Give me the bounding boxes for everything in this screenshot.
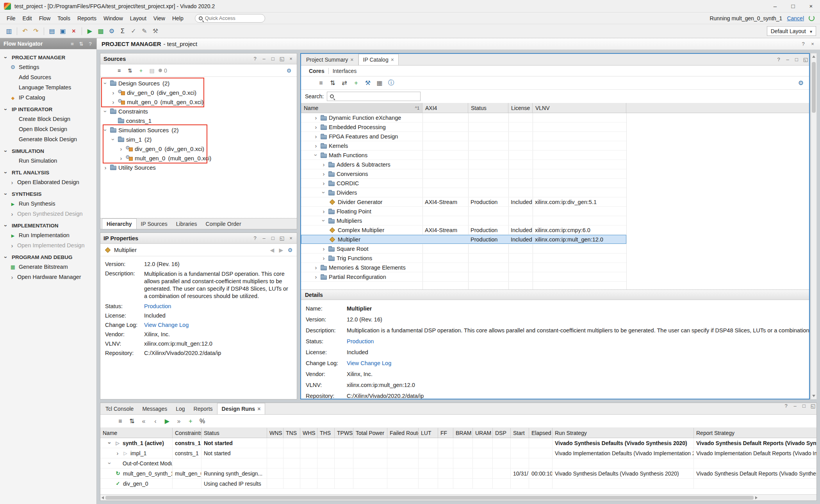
help-icon[interactable]: ? (252, 235, 258, 241)
column-header-tns[interactable]: TNS (283, 428, 300, 438)
filter-count-badge[interactable]: 0 (158, 66, 168, 75)
tree-expander-icon[interactable] (313, 264, 319, 270)
expand-collapse-icon[interactable]: ⇅ (78, 41, 84, 47)
quick-access-input[interactable] (205, 15, 252, 21)
ip-catalog-row[interactable]: Divider Generator AXI4-Stream Production… (301, 197, 626, 207)
tree-expander-icon[interactable] (313, 115, 319, 121)
quick-access-search[interactable] (195, 14, 265, 23)
maximize-icon[interactable]: □ (794, 57, 799, 62)
search-icon[interactable] (304, 78, 314, 88)
column-header-bram[interactable]: BRAM (453, 428, 473, 438)
ip-catalog-search-box[interactable] (327, 92, 421, 101)
flow-navigator-item[interactable]: Open Implemented Design (0, 240, 96, 250)
tree-expander-icon[interactable] (103, 80, 108, 86)
ip-properties-header[interactable]: IP Properties ?–□◱× (100, 233, 297, 244)
float-icon[interactable]: ◱ (279, 56, 285, 62)
cancel-run-link[interactable]: Cancel (787, 15, 804, 21)
sources-tree-item[interactable]: Constraints (100, 106, 297, 116)
info-icon[interactable]: ⓘ (386, 78, 396, 88)
menu-item[interactable]: Tools (54, 14, 74, 23)
tree-expander-icon[interactable] (103, 108, 108, 114)
design-run-row[interactable]: impl_1 constrs_1 Not started (100, 448, 816, 458)
sources-tree-item[interactable]: Simulation Sources (2) (100, 125, 297, 135)
layout-icon[interactable]: ▦ (374, 78, 385, 88)
column-header-report-strategy[interactable]: Report Strategy (694, 428, 816, 438)
column-header-status[interactable]: Status (468, 103, 508, 113)
column-header-uram[interactable]: URAM (473, 428, 493, 438)
horizontal-scrollbar[interactable] (100, 494, 816, 500)
tree-expander-icon[interactable] (107, 460, 112, 466)
redo-icon[interactable]: ↷ (31, 26, 41, 36)
editor-tab[interactable]: IP Catalog (358, 54, 399, 65)
flow-navigator-item[interactable]: Create Block Design (0, 114, 96, 124)
tree-expander-icon[interactable] (115, 450, 120, 456)
vertical-scrollbar[interactable] (811, 53, 817, 399)
flow-navigator-item[interactable]: Run Synthesis (0, 199, 96, 209)
validate-icon[interactable]: ✓ (128, 26, 139, 36)
flow-navigator-item[interactable]: SYNTHESIS (0, 187, 96, 199)
collapse-all-icon[interactable]: ≡ (114, 66, 124, 75)
tree-expander-icon[interactable] (321, 190, 326, 195)
menu-item[interactable]: Window (100, 14, 127, 23)
flow-navigator-item[interactable]: Open Elaborated Design (0, 177, 96, 187)
sources-tree-item[interactable]: sim_1 (2) (100, 135, 297, 144)
tree-expander-icon[interactable] (111, 137, 116, 142)
flow-navigator-item[interactable]: PROJECT MANAGER (0, 51, 96, 62)
tree-expander-icon[interactable] (321, 255, 326, 261)
step-back-icon[interactable]: ‹ (150, 416, 160, 426)
scroll-right-icon[interactable] (755, 496, 758, 499)
maximize-icon[interactable]: □ (784, 0, 802, 12)
run-icon[interactable]: ▶ (85, 26, 95, 36)
column-header-failed-routes[interactable]: Failed Routes (387, 428, 419, 438)
help-icon[interactable]: ? (252, 56, 258, 62)
column-header-vlnv[interactable]: VLNV (533, 103, 626, 113)
layout-selector[interactable]: Default Layout (767, 26, 816, 36)
menu-item[interactable]: Edit (19, 14, 36, 23)
tree-expander-icon[interactable] (313, 143, 319, 149)
scroll-left-icon[interactable] (102, 496, 104, 499)
menu-item[interactable]: Layout (127, 14, 150, 23)
delete-icon[interactable]: × (69, 26, 79, 36)
toolbar-separator[interactable] (17, 27, 17, 35)
float-icon[interactable]: ◱ (810, 403, 816, 414)
open-file-icon[interactable]: ▥ (4, 26, 14, 36)
menu-item[interactable]: Reports (74, 14, 100, 23)
flow-navigator-item[interactable]: Run Implementation (0, 230, 96, 240)
column-header-tpws[interactable]: TPWS (335, 428, 353, 438)
column-header-total-power[interactable]: Total Power (353, 428, 387, 438)
sources-tree-item[interactable]: div_gen_0 (div_gen_0.xci) (100, 144, 297, 153)
toolbar-separator[interactable] (44, 27, 44, 35)
design-run-row[interactable]: mult_gen_0_synth_1 mult_gen_0 Running sy… (100, 469, 816, 479)
flow-navigator-item[interactable]: Generate Bitstream (0, 262, 96, 272)
flow-navigator-item[interactable]: Add Sources (0, 72, 96, 82)
flow-navigator-item[interactable]: RTL ANALYSIS (0, 166, 96, 177)
sources-tree-item[interactable]: mult_gen_0 (mult_gen_0.xci) (100, 97, 297, 106)
flow-navigator-item[interactable]: IMPLEMENTATION (0, 219, 96, 230)
flow-navigator-item[interactable]: Settings (0, 62, 96, 72)
settings-gear-icon[interactable]: ⚙ (796, 78, 806, 88)
ip-catalog-row[interactable]: FPGA Features and Design (301, 132, 626, 141)
design-run-row[interactable]: synth_1 (active) constrs_1 Not started (100, 438, 816, 448)
close-icon[interactable]: × (288, 56, 294, 62)
sources-view-tab[interactable]: Compile Order (201, 218, 246, 229)
tree-expander-icon[interactable] (118, 155, 124, 161)
scroll-down-icon[interactable] (812, 395, 815, 397)
minimize-icon[interactable]: – (261, 235, 267, 241)
sources-tree-item[interactable]: Design Sources (2) (100, 78, 297, 88)
expand-all-icon[interactable]: ⇅ (125, 66, 135, 75)
ip-catalog-row[interactable]: Embedded Processing (301, 122, 626, 132)
column-header-constraints[interactable]: Constraints (173, 428, 201, 438)
bottom-tab[interactable]: Messages (138, 403, 171, 414)
maximize-icon[interactable]: □ (270, 56, 276, 62)
minimize-icon[interactable]: – (792, 403, 798, 414)
step-forward-icon[interactable]: » (174, 416, 184, 426)
toolbar-separator[interactable] (82, 27, 82, 35)
sources-tree-item[interactable]: mult_gen_0 (mult_gen_0.xci) (100, 153, 297, 163)
search-icon[interactable] (103, 66, 113, 75)
column-header-ff[interactable]: FF (438, 428, 453, 438)
undo-icon[interactable]: ↶ (20, 26, 30, 36)
flow-navigator-item[interactable]: Generate Block Design (0, 134, 96, 144)
bottom-tab[interactable]: Design Runs (217, 403, 266, 414)
ip-catalog-row[interactable]: CORDIC (301, 179, 626, 188)
bottom-tab[interactable]: Tcl Console (101, 403, 138, 414)
